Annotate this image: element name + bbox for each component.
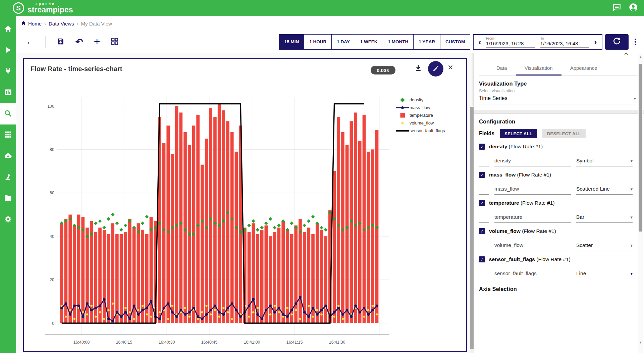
refresh-icon	[612, 37, 621, 47]
dashboard-grid-icon	[111, 37, 119, 46]
density-name-input[interactable]: density	[494, 158, 571, 166]
widget-config-panel: Flow Rate - time-series-chart × Data Vis…	[474, 50, 644, 353]
time-range-1-hour[interactable]: 1 HOUR	[304, 35, 332, 49]
temperature-checkbox[interactable]: ✓	[479, 200, 485, 206]
density-checkbox[interactable]: ✓	[479, 144, 485, 150]
legend-marker-diamond-icon	[395, 97, 410, 103]
svg-text:16:41:15: 16:41:15	[286, 340, 303, 345]
breadcrumb-home[interactable]: Home	[21, 20, 42, 27]
from-label: From	[486, 36, 535, 40]
back-arrow-icon: ←	[25, 37, 35, 47]
undo-icon: ↶	[75, 37, 83, 47]
legend-item-density[interactable]: density	[395, 96, 445, 104]
time-range-custom[interactable]: CUSTOM	[440, 35, 470, 49]
legend-item-volume_flow[interactable]: volume_flow	[395, 119, 445, 127]
tab-data[interactable]: Data	[488, 60, 516, 75]
legend-item-mass_flow[interactable]: mass_flow	[395, 104, 445, 111]
tab-visualization[interactable]: Visualization	[516, 60, 561, 75]
to-label: To	[540, 36, 589, 40]
tab-appearance[interactable]: Appearance	[561, 60, 606, 75]
scrollbar-thumb[interactable]	[470, 107, 474, 349]
scroll-down-icon[interactable]: ▼	[638, 341, 643, 344]
svg-text:16:41:00: 16:41:00	[244, 340, 260, 345]
download-icon	[414, 69, 423, 74]
time-range-1-month[interactable]: 1 MONTH	[383, 35, 414, 49]
svg-text:16:40:00: 16:40:00	[73, 340, 90, 345]
sensor_fault_flags-name-input[interactable]: sensor_fault_flags	[494, 270, 571, 279]
temperature-color-underline	[479, 220, 489, 223]
save-button[interactable]	[56, 37, 65, 47]
add-widget-button[interactable]: +	[94, 36, 100, 48]
panel-scrollbar-thumb[interactable]	[639, 64, 642, 232]
temperature-type-value: Bar	[576, 214, 584, 220]
svg-text:16:40:45: 16:40:45	[201, 340, 218, 345]
remove-widget-button[interactable]: ×	[448, 62, 453, 73]
time-range-1-year[interactable]: 1 YEAR	[414, 35, 440, 49]
volume_flow-type-select[interactable]: Scatter ▾	[576, 242, 633, 251]
deselect-all-button[interactable]: DESELECT ALL	[542, 129, 586, 138]
volume_flow-checkbox[interactable]: ✓	[479, 228, 485, 234]
sidebar-item-asset-management[interactable]	[0, 167, 16, 188]
account-icon[interactable]	[629, 3, 638, 13]
temperature-field-label: temperature (Flow Rate #1)	[489, 200, 555, 206]
field-group-volume_flow: ✓ volume_flow (Flow Rate #1) volume_flow…	[479, 228, 638, 251]
undo-button[interactable]: ↶	[75, 37, 83, 47]
widget-title: Flow Rate - time-series-chart	[31, 65, 122, 73]
grid-view-button[interactable]	[111, 37, 119, 46]
mass_flow-checkbox[interactable]: ✓	[479, 172, 485, 178]
folder-icon	[4, 194, 12, 203]
feedback-chat-icon[interactable]	[612, 3, 621, 13]
legend-label: volume_flow	[410, 120, 434, 125]
panel-vertical-scrollbar[interactable]: ▲ ▼	[638, 54, 643, 353]
sidebar-item-configuration[interactable]	[0, 209, 16, 230]
streampipes-logo[interactable]: S apache streampipes	[13, 2, 73, 14]
sidebar-item-home[interactable]	[0, 19, 16, 40]
volume_flow-name-input[interactable]: volume_flow	[494, 242, 571, 251]
breadcrumb-data-views[interactable]: Data Views	[49, 21, 74, 27]
sensor_fault_flags-checkbox[interactable]: ✓	[479, 256, 485, 262]
density-field-label: density (Flow Rate #1)	[489, 144, 543, 150]
scroll-up-icon[interactable]: ▲	[638, 55, 643, 59]
time-range-15-min[interactable]: 15 MIN	[279, 35, 305, 49]
top-app-bar: S apache streampipes	[0, 0, 644, 16]
svg-text:60: 60	[50, 191, 54, 195]
mass_flow-field-label: mass_flow (Flow Rate #1)	[489, 172, 551, 178]
edit-widget-button[interactable]	[428, 61, 443, 77]
refresh-button[interactable]	[605, 34, 629, 50]
breadcrumb-separator: ›	[44, 21, 46, 27]
to-date-input[interactable]: 1/16/2023, 16:43	[540, 40, 589, 48]
gear-icon	[4, 215, 12, 224]
time-range-1-day[interactable]: 1 DAY	[332, 35, 355, 49]
section-divider	[474, 110, 644, 114]
sensor_fault_flags-type-select[interactable]: Line ▾	[576, 270, 633, 279]
sidebar-item-connect[interactable]	[0, 61, 16, 82]
back-button[interactable]: ←	[25, 37, 35, 47]
visualization-type-value: Time Series	[479, 95, 507, 101]
select-all-button[interactable]: SELECT ALL	[500, 129, 537, 138]
previous-range-button[interactable]: ‹	[476, 38, 483, 46]
sidebar-item-files[interactable]	[0, 188, 16, 209]
sidebar-item-pipelines[interactable]	[0, 40, 16, 61]
density-type-select[interactable]: Symbol ▾	[576, 158, 633, 166]
from-date-input[interactable]: 1/16/2023, 16:28	[486, 40, 535, 48]
visualization-type-select[interactable]: Time Series ▾	[479, 95, 636, 104]
sidebar-item-apps[interactable]	[0, 124, 16, 146]
next-range-button[interactable]: ›	[592, 38, 599, 46]
logo-name-text: streampipes	[28, 6, 73, 14]
sidebar-item-dashboard[interactable]	[0, 82, 16, 103]
mass_flow-color-underline	[479, 192, 489, 195]
legend-item-temperature[interactable]: temperature	[395, 111, 445, 119]
mass_flow-type-select[interactable]: Scattered Line ▾	[576, 186, 633, 195]
temperature-name-input[interactable]: temperature	[494, 214, 571, 223]
time-range-1-week[interactable]: 1 WEEK	[355, 35, 383, 49]
play-icon	[4, 46, 12, 55]
mass_flow-name-input[interactable]: mass_flow	[494, 186, 571, 195]
temperature-type-select[interactable]: Bar ▾	[576, 214, 633, 223]
download-button[interactable]	[414, 63, 423, 74]
legend-item-sensor_fault_flags[interactable]: sensor_fault_flags	[395, 127, 445, 135]
sidebar-item-install-elements[interactable]	[0, 146, 16, 167]
more-options-button[interactable]	[633, 36, 638, 48]
sidebar-item-data-explorer[interactable]	[0, 103, 16, 124]
date-range-panel: ‹ From 1/16/2023, 16:28 To 1/16/2023, 16…	[473, 34, 602, 50]
main-vertical-scrollbar[interactable]	[470, 106, 474, 353]
